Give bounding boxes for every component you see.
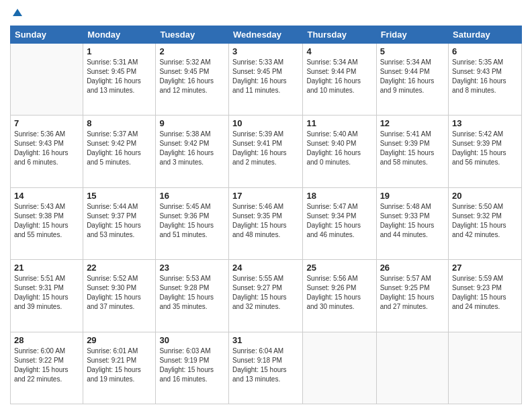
week-row-4: 21Sunrise: 5:51 AM Sunset: 9:31 PM Dayli… bbox=[11, 260, 522, 332]
cell-date: 21 bbox=[14, 263, 79, 273]
cell-date: 28 bbox=[14, 335, 79, 345]
calendar-cell: 9Sunrise: 5:38 AM Sunset: 9:42 PM Daylig… bbox=[156, 116, 229, 187]
cell-info: Sunrise: 5:38 AM Sunset: 9:42 PM Dayligh… bbox=[159, 130, 225, 167]
calendar-cell: 19Sunrise: 5:48 AM Sunset: 9:33 PM Dayli… bbox=[376, 187, 448, 259]
weekday-saturday: Saturday bbox=[449, 26, 522, 44]
week-row-5: 28Sunrise: 6:00 AM Sunset: 9:22 PM Dayli… bbox=[11, 332, 522, 404]
cell-date: 17 bbox=[232, 191, 299, 201]
cell-date: 16 bbox=[159, 191, 225, 201]
cell-info: Sunrise: 5:55 AM Sunset: 9:27 PM Dayligh… bbox=[232, 274, 299, 312]
calendar-cell: 30Sunrise: 6:03 AM Sunset: 9:19 PM Dayli… bbox=[156, 332, 229, 404]
calendar-cell: 21Sunrise: 5:51 AM Sunset: 9:31 PM Dayli… bbox=[11, 260, 83, 332]
cell-info: Sunrise: 5:31 AM Sunset: 9:45 PM Dayligh… bbox=[87, 58, 152, 95]
weekday-monday: Monday bbox=[83, 26, 156, 44]
cell-info: Sunrise: 5:53 AM Sunset: 9:28 PM Dayligh… bbox=[159, 274, 225, 312]
cell-info: Sunrise: 5:34 AM Sunset: 9:44 PM Dayligh… bbox=[306, 58, 372, 95]
cell-date: 1 bbox=[87, 46, 152, 56]
cell-info: Sunrise: 5:56 AM Sunset: 9:26 PM Dayligh… bbox=[306, 274, 372, 312]
cell-date: 20 bbox=[452, 191, 518, 201]
calendar-cell: 31Sunrise: 6:04 AM Sunset: 9:18 PM Dayli… bbox=[229, 332, 303, 404]
weekday-header-row: SundayMondayTuesdayWednesdayThursdayFrid… bbox=[11, 26, 522, 44]
cell-info: Sunrise: 6:03 AM Sunset: 9:19 PM Dayligh… bbox=[159, 347, 225, 384]
cell-date: 12 bbox=[380, 118, 445, 128]
page: SundayMondayTuesdayWednesdayThursdayFrid… bbox=[0, 0, 532, 411]
calendar-cell: 17Sunrise: 5:46 AM Sunset: 9:35 PM Dayli… bbox=[229, 187, 303, 259]
cell-info: Sunrise: 5:44 AM Sunset: 9:37 PM Dayligh… bbox=[87, 202, 152, 240]
cell-info: Sunrise: 5:47 AM Sunset: 9:34 PM Dayligh… bbox=[306, 202, 372, 240]
calendar-cell: 8Sunrise: 5:37 AM Sunset: 9:42 PM Daylig… bbox=[83, 116, 156, 187]
cell-date: 3 bbox=[232, 46, 299, 56]
calendar-cell: 1Sunrise: 5:31 AM Sunset: 9:45 PM Daylig… bbox=[83, 44, 156, 116]
cell-date: 29 bbox=[87, 335, 152, 345]
cell-info: Sunrise: 5:59 AM Sunset: 9:23 PM Dayligh… bbox=[452, 274, 518, 312]
cell-info: Sunrise: 5:48 AM Sunset: 9:33 PM Dayligh… bbox=[380, 202, 445, 240]
calendar-cell: 2Sunrise: 5:32 AM Sunset: 9:45 PM Daylig… bbox=[156, 44, 229, 116]
cell-info: Sunrise: 5:50 AM Sunset: 9:32 PM Dayligh… bbox=[452, 202, 518, 240]
cell-info: Sunrise: 5:37 AM Sunset: 9:42 PM Dayligh… bbox=[87, 130, 152, 167]
cell-info: Sunrise: 5:35 AM Sunset: 9:43 PM Dayligh… bbox=[452, 58, 518, 95]
calendar-cell: 24Sunrise: 5:55 AM Sunset: 9:27 PM Dayli… bbox=[229, 260, 303, 332]
cell-info: Sunrise: 5:45 AM Sunset: 9:36 PM Dayligh… bbox=[159, 202, 225, 240]
calendar-cell: 22Sunrise: 5:52 AM Sunset: 9:30 PM Dayli… bbox=[83, 260, 156, 332]
calendar-cell: 12Sunrise: 5:41 AM Sunset: 9:39 PM Dayli… bbox=[376, 116, 448, 187]
logo-bird-icon bbox=[11, 7, 24, 19]
calendar-cell: 6Sunrise: 5:35 AM Sunset: 9:43 PM Daylig… bbox=[449, 44, 522, 116]
cell-date: 14 bbox=[14, 191, 79, 201]
calendar-cell: 28Sunrise: 6:00 AM Sunset: 9:22 PM Dayli… bbox=[11, 332, 83, 404]
weekday-thursday: Thursday bbox=[303, 26, 376, 44]
cell-date: 22 bbox=[87, 263, 152, 273]
calendar-cell: 18Sunrise: 5:47 AM Sunset: 9:34 PM Dayli… bbox=[303, 187, 376, 259]
calendar-cell: 15Sunrise: 5:44 AM Sunset: 9:37 PM Dayli… bbox=[83, 187, 156, 259]
week-row-2: 7Sunrise: 5:36 AM Sunset: 9:43 PM Daylig… bbox=[11, 116, 522, 187]
calendar-cell: 27Sunrise: 5:59 AM Sunset: 9:23 PM Dayli… bbox=[449, 260, 522, 332]
cell-date: 15 bbox=[87, 191, 152, 201]
calendar-cell bbox=[376, 332, 448, 404]
calendar-cell: 23Sunrise: 5:53 AM Sunset: 9:28 PM Dayli… bbox=[156, 260, 229, 332]
calendar-cell: 26Sunrise: 5:57 AM Sunset: 9:25 PM Dayli… bbox=[376, 260, 448, 332]
weekday-friday: Friday bbox=[376, 26, 448, 44]
weekday-tuesday: Tuesday bbox=[156, 26, 229, 44]
cell-date: 30 bbox=[159, 335, 225, 345]
calendar-cell: 3Sunrise: 5:33 AM Sunset: 9:45 PM Daylig… bbox=[229, 44, 303, 116]
cell-info: Sunrise: 5:52 AM Sunset: 9:30 PM Dayligh… bbox=[87, 274, 152, 312]
cell-info: Sunrise: 5:33 AM Sunset: 9:45 PM Dayligh… bbox=[232, 58, 299, 95]
week-row-3: 14Sunrise: 5:43 AM Sunset: 9:38 PM Dayli… bbox=[11, 187, 522, 259]
cell-date: 8 bbox=[87, 118, 152, 128]
calendar-cell bbox=[303, 332, 376, 404]
calendar-cell: 16Sunrise: 5:45 AM Sunset: 9:36 PM Dayli… bbox=[156, 187, 229, 259]
logo bbox=[10, 7, 24, 21]
calendar-cell: 20Sunrise: 5:50 AM Sunset: 9:32 PM Dayli… bbox=[449, 187, 522, 259]
cell-info: Sunrise: 5:34 AM Sunset: 9:44 PM Dayligh… bbox=[380, 58, 445, 95]
calendar-cell: 5Sunrise: 5:34 AM Sunset: 9:44 PM Daylig… bbox=[376, 44, 448, 116]
svg-marker-0 bbox=[13, 9, 22, 16]
week-row-1: 1Sunrise: 5:31 AM Sunset: 9:45 PM Daylig… bbox=[11, 44, 522, 116]
cell-info: Sunrise: 5:43 AM Sunset: 9:38 PM Dayligh… bbox=[14, 202, 79, 240]
cell-date: 6 bbox=[452, 46, 518, 56]
cell-date: 23 bbox=[159, 263, 225, 273]
cell-date: 7 bbox=[14, 118, 79, 128]
cell-info: Sunrise: 5:40 AM Sunset: 9:40 PM Dayligh… bbox=[306, 130, 372, 167]
cell-info: Sunrise: 5:39 AM Sunset: 9:41 PM Dayligh… bbox=[232, 130, 299, 167]
cell-date: 10 bbox=[232, 118, 299, 128]
cell-info: Sunrise: 5:57 AM Sunset: 9:25 PM Dayligh… bbox=[380, 274, 445, 312]
calendar-cell bbox=[11, 44, 83, 116]
calendar-cell: 29Sunrise: 6:01 AM Sunset: 9:21 PM Dayli… bbox=[83, 332, 156, 404]
cell-info: Sunrise: 5:46 AM Sunset: 9:35 PM Dayligh… bbox=[232, 202, 299, 240]
cell-date: 25 bbox=[306, 263, 372, 273]
cell-info: Sunrise: 5:42 AM Sunset: 9:39 PM Dayligh… bbox=[452, 130, 518, 167]
calendar-table: SundayMondayTuesdayWednesdayThursdayFrid… bbox=[10, 26, 522, 404]
cell-date: 27 bbox=[452, 263, 518, 273]
calendar-cell bbox=[449, 332, 522, 404]
calendar-cell: 7Sunrise: 5:36 AM Sunset: 9:43 PM Daylig… bbox=[11, 116, 83, 187]
calendar-cell: 13Sunrise: 5:42 AM Sunset: 9:39 PM Dayli… bbox=[449, 116, 522, 187]
cell-date: 11 bbox=[306, 118, 372, 128]
cell-info: Sunrise: 6:00 AM Sunset: 9:22 PM Dayligh… bbox=[14, 347, 79, 384]
cell-info: Sunrise: 6:01 AM Sunset: 9:21 PM Dayligh… bbox=[87, 347, 152, 384]
cell-date: 19 bbox=[380, 191, 445, 201]
calendar-cell: 4Sunrise: 5:34 AM Sunset: 9:44 PM Daylig… bbox=[303, 44, 376, 116]
cell-info: Sunrise: 6:04 AM Sunset: 9:18 PM Dayligh… bbox=[232, 347, 299, 384]
cell-info: Sunrise: 5:36 AM Sunset: 9:43 PM Dayligh… bbox=[14, 130, 79, 167]
cell-info: Sunrise: 5:51 AM Sunset: 9:31 PM Dayligh… bbox=[14, 274, 79, 312]
weekday-sunday: Sunday bbox=[11, 26, 83, 44]
cell-info: Sunrise: 5:41 AM Sunset: 9:39 PM Dayligh… bbox=[380, 130, 445, 167]
